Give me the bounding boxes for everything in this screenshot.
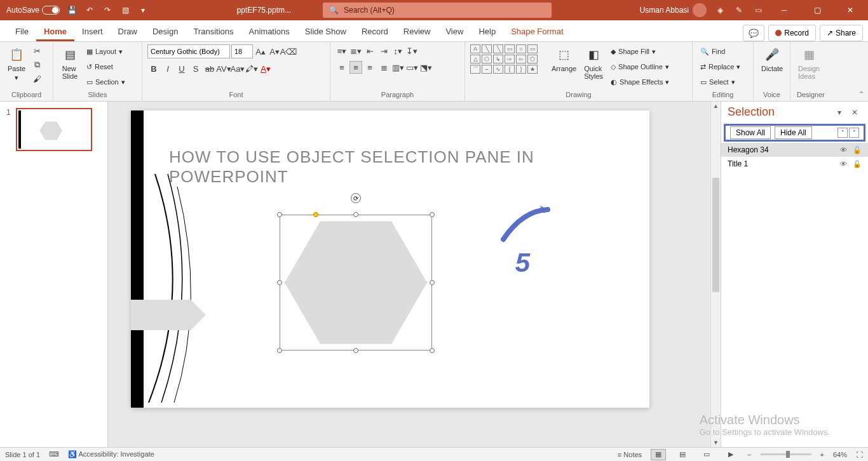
shapes-gallery[interactable]: A╲╲▭○▭ △⬡↳⇨⇦⬠ ⌒⌢∿{}★ (470, 44, 546, 74)
align-center-icon[interactable]: ≡ (349, 61, 362, 74)
lock-icon[interactable]: 🔓 (853, 160, 862, 168)
show-all-button[interactable]: Show All (730, 126, 771, 139)
normal-view-icon[interactable]: ▦ (651, 449, 666, 460)
tab-view[interactable]: View (438, 22, 471, 41)
lock-icon[interactable]: 🔓 (853, 146, 862, 154)
cut-icon[interactable]: ✂ (31, 44, 43, 57)
tab-slideshow[interactable]: Slide Show (297, 22, 354, 41)
user-account[interactable]: Usman Abbasi (640, 3, 707, 17)
columns-icon[interactable]: ▥▾ (391, 61, 404, 74)
bullets-icon[interactable]: ≡▾ (336, 44, 348, 57)
resize-handle[interactable] (430, 280, 435, 285)
slide-counter[interactable]: Slide 1 of 1 (5, 451, 40, 458)
ribbon-mode-icon[interactable]: ▭ (752, 4, 764, 16)
save-icon[interactable]: 💾 (66, 4, 78, 16)
quick-styles-button[interactable]: ◧Quick Styles (581, 44, 606, 81)
tab-design[interactable]: Design (145, 22, 186, 41)
scroll-up-icon[interactable]: ▲ (711, 102, 721, 110)
new-slide-button[interactable]: ▤New Slide (58, 44, 81, 81)
fit-to-window-icon[interactable]: ⛶ (856, 451, 863, 458)
maximize-button[interactable]: ▢ (804, 0, 830, 20)
replace-button[interactable]: ⇄ Replace ▾ (698, 60, 743, 74)
text-direction-icon[interactable]: ↧▾ (405, 44, 418, 57)
pane-options-icon[interactable]: ▾ (837, 108, 848, 117)
tab-review[interactable]: Review (396, 22, 438, 41)
line-spacing-icon[interactable]: ↕▾ (391, 44, 404, 57)
tab-help[interactable]: Help (471, 22, 503, 41)
tab-animations[interactable]: Animations (241, 22, 297, 41)
visibility-icon[interactable]: 👁 (840, 146, 849, 154)
slideshow-view-icon[interactable]: ▶ (723, 449, 738, 460)
change-case-icon[interactable]: Aa▾ (231, 62, 244, 75)
diamond-icon[interactable]: ◈ (714, 4, 726, 16)
align-text-icon[interactable]: ▭▾ (405, 61, 418, 74)
minimize-button[interactable]: ─ (771, 0, 797, 20)
close-button[interactable]: ✕ (837, 0, 863, 20)
undo-icon[interactable]: ↶ (84, 4, 95, 16)
send-backward-icon[interactable]: ˅ (849, 128, 859, 138)
reset-button[interactable]: ↺ Reset (84, 60, 128, 74)
resize-handle[interactable] (277, 280, 282, 285)
slide-title[interactable]: HOW TO USE OBJECT SELECTION PANE IN POWE… (169, 147, 637, 187)
section-button[interactable]: ▭ Section ▾ (84, 75, 128, 89)
design-ideas-button[interactable]: ▦Design Ideas (796, 44, 822, 81)
tab-draw[interactable]: Draw (111, 22, 145, 41)
tab-file[interactable]: File (8, 22, 36, 41)
slide-canvas-area[interactable]: HOW TO USE OBJECT SELECTION PANE IN POWE… (108, 102, 721, 447)
zoom-percent[interactable]: 64% (833, 451, 847, 458)
char-spacing-icon[interactable]: AV▾ (217, 62, 230, 75)
select-button[interactable]: ▭ Select ▾ (698, 75, 743, 89)
close-pane-icon[interactable]: ✕ (851, 108, 862, 117)
zoom-out-icon[interactable]: − (747, 451, 751, 458)
bold-icon[interactable]: B (147, 62, 160, 75)
rotate-handle-icon[interactable]: ⟳ (351, 193, 361, 203)
adjust-handle[interactable] (313, 212, 318, 217)
find-button[interactable]: 🔍 Find (698, 44, 743, 58)
clear-format-icon[interactable]: A⌫ (282, 45, 295, 58)
shape-outline-button[interactable]: ◇ Shape Outline ▾ (608, 60, 672, 74)
arrange-button[interactable]: ⬚Arrange (549, 44, 579, 74)
thumbnail-slide-1[interactable] (16, 108, 92, 151)
tab-transitions[interactable]: Transitions (186, 22, 241, 41)
font-color-icon[interactable]: A▾ (259, 62, 272, 75)
shape-fill-button[interactable]: ◆ Shape Fill ▾ (608, 44, 672, 58)
shadow-icon[interactable]: S (189, 62, 202, 75)
align-right-icon[interactable]: ≡ (363, 61, 376, 74)
visibility-icon[interactable]: 👁 (840, 160, 849, 168)
sorter-view-icon[interactable]: ▤ (675, 449, 690, 460)
qat-more-icon[interactable]: ▾ (137, 4, 149, 16)
strike-icon[interactable]: ab (203, 62, 216, 75)
comments-button[interactable]: 💬 (743, 25, 764, 41)
dictate-button[interactable]: 🎤Dictate (759, 44, 785, 74)
redo-icon[interactable]: ↷ (102, 4, 113, 16)
wand-icon[interactable]: ✎ (733, 4, 745, 16)
indent-dec-icon[interactable]: ⇤ (363, 44, 376, 57)
highlight-icon[interactable]: 🖍▾ (245, 62, 258, 75)
hide-all-button[interactable]: Hide All (775, 126, 812, 139)
list-item[interactable]: Title 1 👁 🔓 (721, 157, 868, 171)
resize-handle[interactable] (277, 348, 282, 353)
tab-shape-format[interactable]: Shape Format (503, 22, 571, 41)
align-left-icon[interactable]: ≡ (336, 61, 348, 74)
font-name-select[interactable]: Century Gothic (Body) (147, 44, 230, 58)
scrollbar-thumb[interactable] (712, 178, 719, 292)
collapse-ribbon-icon[interactable]: ⌃ (858, 90, 864, 98)
tab-home[interactable]: Home (36, 22, 74, 41)
copy-icon[interactable]: ⧉ (31, 58, 43, 71)
resize-handle[interactable] (353, 348, 358, 353)
indent-inc-icon[interactable]: ⇥ (377, 44, 390, 57)
shape-effects-button[interactable]: ◐ Shape Effects ▾ (608, 75, 672, 89)
search-input[interactable]: 🔍 Search (Alt+Q) (323, 3, 552, 18)
resize-handle[interactable] (353, 212, 358, 217)
format-painter-icon[interactable]: 🖌 (31, 72, 43, 85)
underline-icon[interactable]: U (175, 62, 188, 75)
paste-button[interactable]: 📋Paste▾ (5, 44, 28, 83)
tab-record[interactable]: Record (354, 22, 396, 41)
zoom-in-icon[interactable]: + (820, 451, 824, 458)
record-button[interactable]: Record (768, 25, 816, 41)
present-icon[interactable]: ▧ (119, 4, 131, 16)
zoom-slider[interactable] (761, 453, 811, 455)
language-icon[interactable]: ⌨ (49, 450, 59, 458)
notes-button[interactable]: ≡ Notes (618, 451, 642, 458)
reading-view-icon[interactable]: ▭ (699, 449, 714, 460)
